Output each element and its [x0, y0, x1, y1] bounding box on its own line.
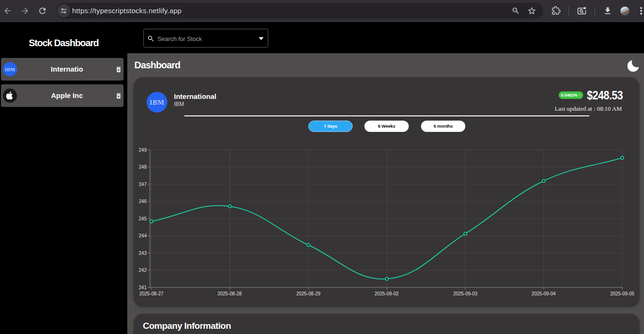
svg-text:IBM: IBM [5, 66, 16, 72]
svg-text:IBM: IBM [149, 98, 165, 106]
